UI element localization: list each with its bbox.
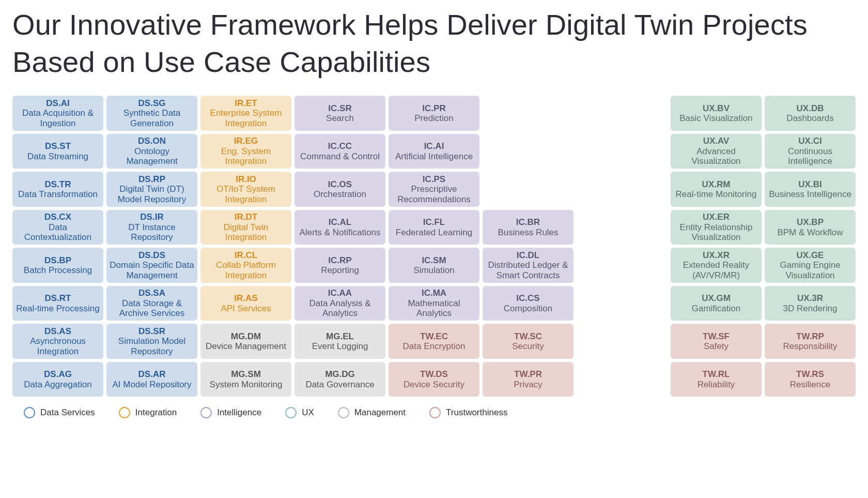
capability-code: DS.BP <box>44 255 71 266</box>
capability-label: Data Streaming <box>27 152 88 162</box>
capability-code: DS.SR <box>138 326 165 337</box>
capability-cell: UX.CIContinuous Intelligence <box>765 134 856 169</box>
capability-code: UX.GE <box>797 250 824 261</box>
empty-cell <box>577 362 668 397</box>
capability-label: Prediction <box>414 113 454 124</box>
capability-code: UX.BP <box>797 217 824 228</box>
capability-label: Responsibility <box>783 341 838 352</box>
capability-code: UX.BV <box>703 103 730 114</box>
capability-code: UX.RM <box>702 179 731 190</box>
capability-code: UX.ER <box>703 212 730 222</box>
capability-cell: UX.AVAdvanced Visualization <box>671 134 762 169</box>
capability-label: AI Model Repository <box>112 380 191 390</box>
capability-label: Synthetic Data Generation <box>110 108 194 128</box>
capability-label: Real-time Processing <box>16 304 100 314</box>
capability-label: Command & Control <box>300 152 380 162</box>
capability-cell: IC.SMSimulation <box>389 248 479 283</box>
capability-code: IC.PR <box>422 103 445 114</box>
capability-grid: DS.AIData Acquisition & IngestionDS.SGSy… <box>12 96 856 397</box>
capability-code: IR.AS <box>234 293 257 304</box>
capability-label: Artificial Intelligence <box>395 152 473 162</box>
capability-label: API Services <box>221 304 271 314</box>
capability-label: Orchestration <box>314 189 366 200</box>
capability-cell: IC.FLFederated Learning <box>389 210 479 245</box>
legend-swatch-icon <box>285 407 297 418</box>
capability-code: IC.AL <box>329 217 351 228</box>
empty-cell <box>577 210 668 245</box>
capability-label: OT/IoT System Integration <box>204 184 288 204</box>
capability-code: IR.DT <box>235 212 257 222</box>
capability-label: Data Encryption <box>403 341 466 352</box>
legend-swatch-icon <box>24 407 35 418</box>
capability-code: IC.OS <box>328 179 352 190</box>
capability-cell: IC.RPReporting <box>295 248 385 283</box>
capability-label: Digital Twin (DT) Model Repository <box>110 184 194 204</box>
capability-label: DT Instance Repository <box>110 222 194 243</box>
page-title: Our Innovative Framework Helps Deliver D… <box>12 6 856 80</box>
capability-code: DS.IR <box>140 212 163 222</box>
capability-label: Digital Twin Integration <box>204 222 288 243</box>
capability-cell: UX.GEGaming Engine Visualization <box>765 248 856 283</box>
capability-cell: IR.EGEng. System Integration <box>200 134 291 169</box>
legend-swatch-icon <box>119 407 130 418</box>
capability-cell: IC.CSComposition <box>483 286 574 321</box>
capability-code: IC.AA <box>328 288 352 298</box>
capability-code: IR.EG <box>234 136 258 146</box>
capability-label: Simulation Model Repository <box>110 336 194 356</box>
capability-code: DS.RP <box>138 174 165 185</box>
legend-item-tw: Trustworthiness <box>429 407 507 418</box>
capability-code: IC.PS <box>423 174 445 185</box>
capability-cell: IR.DTDigital Twin Integration <box>200 210 291 245</box>
capability-cell: IR.ETEnterprise System Integration <box>200 96 291 131</box>
capability-cell: TW.PRPrivacy <box>483 362 574 397</box>
capability-cell: UX.EREntity Relationship Visualization <box>671 210 762 245</box>
empty-cell <box>577 324 668 359</box>
capability-label: Data Governance <box>305 380 374 390</box>
capability-label: 3D Rendering <box>783 304 838 314</box>
capability-cell: IC.SRSearch <box>295 96 385 131</box>
legend-item-mg: Management <box>338 407 406 418</box>
capability-label: Advanced Visualization <box>674 146 758 167</box>
capability-label: Event Logging <box>312 341 368 352</box>
empty-cell <box>577 286 668 321</box>
capability-code: TW.DS <box>420 369 448 380</box>
capability-code: IC.BR <box>516 217 540 228</box>
capability-label: Device Security <box>404 380 464 390</box>
capability-cell: UX.RMReal-time Monitoring <box>671 172 762 207</box>
capability-code: TW.RS <box>796 369 824 380</box>
capability-cell: DS.AGData Aggregation <box>12 362 103 397</box>
capability-cell: IR.IOOT/IoT System Integration <box>200 172 291 207</box>
capability-label: Mathematical Analytics <box>392 298 476 319</box>
capability-cell: DS.ONOntology Management <box>106 134 197 169</box>
capability-label: Safety <box>704 341 729 352</box>
capability-code: DS.AS <box>44 326 71 337</box>
capability-code: DS.RT <box>45 293 71 304</box>
capability-label: Security <box>512 341 544 352</box>
legend: Data ServicesIntegrationIntelligenceUXMa… <box>12 407 856 418</box>
capability-cell: TW.SFSafety <box>671 324 762 359</box>
capability-code: IR.ET <box>235 98 257 109</box>
capability-label: Extended Reality (AV/VR/MR) <box>674 260 758 280</box>
capability-label: Data Analysis & Analytics <box>298 298 382 319</box>
capability-cell: IC.ALAlerts & Notifications <box>295 210 385 245</box>
legend-swatch-icon <box>429 407 441 418</box>
capability-label: Business Rules <box>498 228 558 238</box>
capability-code: MG.SM <box>231 369 261 380</box>
empty-cell <box>577 248 668 283</box>
capability-cell: IC.AIArtificial Intelligence <box>389 134 479 169</box>
capability-cell: DS.SGSynthetic Data Generation <box>106 96 197 131</box>
capability-cell: DS.DSDomain Specific Data Management <box>106 248 197 283</box>
capability-code: DS.CX <box>44 212 71 222</box>
capability-code: MG.EL <box>326 331 354 342</box>
legend-item-ux: UX <box>285 407 314 418</box>
capability-label: Data Storage & Archive Services <box>110 298 194 319</box>
capability-code: DS.AG <box>44 369 72 380</box>
capability-label: Reliability <box>698 380 735 390</box>
capability-cell: DS.ASAsynchronous Integration <box>12 324 103 359</box>
capability-label: Basic Visualization <box>679 113 752 124</box>
legend-swatch-icon <box>200 407 212 418</box>
empty-cell <box>483 96 574 131</box>
capability-cell: IC.DLDistributed Ledger & Smart Contract… <box>483 248 574 283</box>
empty-cell <box>577 96 668 131</box>
capability-code: TW.EC <box>420 331 448 342</box>
